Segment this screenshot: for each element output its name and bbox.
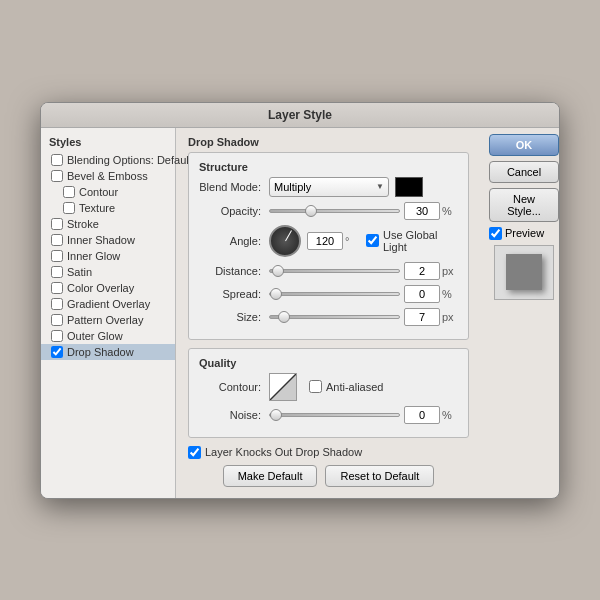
layer-knocks-out-label: Layer Knocks Out Drop Shadow (188, 446, 362, 459)
opacity-unit: % (442, 205, 458, 217)
preview-label: Preview (489, 227, 544, 240)
global-light-label: Use Global Light (366, 229, 458, 253)
sidebar-checkbox-color-overlay[interactable] (51, 282, 63, 294)
sidebar-checkbox-stroke[interactable] (51, 218, 63, 230)
spread-slider-container: 0 % (269, 285, 458, 303)
layer-knocks-out-row: Layer Knocks Out Drop Shadow (188, 446, 469, 459)
global-light-text: Use Global Light (383, 229, 458, 253)
contour-thumbnail[interactable] (269, 373, 297, 401)
noise-input[interactable]: 0 (404, 406, 440, 424)
sidebar-item-stroke[interactable]: Stroke (41, 216, 175, 232)
layer-knocks-out-checkbox[interactable] (188, 446, 201, 459)
sidebar-label-outer-glow: Outer Glow (67, 330, 123, 342)
ok-button[interactable]: OK (489, 134, 559, 156)
distance-input[interactable]: 2 (404, 262, 440, 280)
preview-checkbox[interactable] (489, 227, 502, 240)
sidebar-title: Styles (41, 134, 175, 152)
spread-slider[interactable] (269, 292, 400, 296)
angle-needle (285, 230, 292, 241)
opacity-label: Opacity: (199, 205, 269, 217)
make-default-button[interactable]: Make Default (223, 465, 318, 487)
sidebar-item-texture[interactable]: Texture (41, 200, 175, 216)
preview-text: Preview (505, 227, 544, 239)
sidebar-item-bevel-emboss[interactable]: Bevel & Emboss (41, 168, 175, 184)
angle-dial[interactable] (269, 225, 301, 257)
distance-row: Distance: 2 px (199, 262, 458, 280)
main-content: Drop Shadow Structure Blend Mode: Multip… (176, 128, 481, 498)
layer-style-dialog: Layer Style Styles Blending Options: Def… (40, 102, 560, 499)
opacity-input[interactable]: 30 (404, 202, 440, 220)
sidebar-item-drop-shadow[interactable]: Drop Shadow (41, 344, 175, 360)
size-row: Size: 7 px (199, 308, 458, 326)
angle-unit: ° (345, 235, 360, 247)
dialog-title: Layer Style (41, 103, 559, 128)
reset-to-default-button[interactable]: Reset to Default (325, 465, 434, 487)
sidebar-label-blending-options: Blending Options: Default (67, 154, 192, 166)
sidebar-item-color-overlay[interactable]: Color Overlay (41, 280, 175, 296)
anti-aliased-text: Anti-aliased (326, 381, 383, 393)
sidebar-item-pattern-overlay[interactable]: Pattern Overlay (41, 312, 175, 328)
noise-row: Noise: 0 % (199, 406, 458, 424)
sidebar-label-bevel-emboss: Bevel & Emboss (67, 170, 148, 182)
sidebar-checkbox-texture[interactable] (63, 202, 75, 214)
global-light-checkbox[interactable] (366, 234, 379, 247)
anti-aliased-checkbox[interactable] (309, 380, 322, 393)
noise-slider[interactable] (269, 413, 400, 417)
shadow-color-swatch[interactable] (395, 177, 423, 197)
structure-title: Structure (199, 161, 458, 173)
spread-unit: % (442, 288, 458, 300)
angle-label: Angle: (199, 235, 269, 247)
sidebar-checkbox-contour[interactable] (63, 186, 75, 198)
opacity-slider[interactable] (269, 209, 400, 213)
sidebar-label-stroke: Stroke (67, 218, 99, 230)
sidebar-checkbox-pattern-overlay[interactable] (51, 314, 63, 326)
preview-box (494, 245, 554, 300)
sidebar-item-inner-glow[interactable]: Inner Glow (41, 248, 175, 264)
contour-label: Contour: (199, 381, 269, 393)
new-style-button[interactable]: New Style... (489, 188, 559, 222)
sidebar-label-drop-shadow: Drop Shadow (67, 346, 134, 358)
sidebar-checkbox-satin[interactable] (51, 266, 63, 278)
sidebar-checkbox-drop-shadow[interactable] (51, 346, 63, 358)
sidebar-item-blending-options[interactable]: Blending Options: Default (41, 152, 175, 168)
sidebar-checkbox-outer-glow[interactable] (51, 330, 63, 342)
size-slider-container: 7 px (269, 308, 458, 326)
noise-label: Noise: (199, 409, 269, 421)
sidebar-item-contour[interactable]: Contour (41, 184, 175, 200)
blend-mode-row: Blend Mode: Multiply (199, 177, 458, 197)
noise-unit: % (442, 409, 458, 421)
opacity-slider-container: 30 % (269, 202, 458, 220)
sidebar-checkbox-blending-options[interactable] (51, 154, 63, 166)
blend-mode-select[interactable]: Multiply (269, 177, 389, 197)
distance-slider-container: 2 px (269, 262, 458, 280)
bottom-buttons: Make Default Reset to Default (188, 465, 469, 487)
sidebar-checkbox-inner-glow[interactable] (51, 250, 63, 262)
sidebar-label-gradient-overlay: Gradient Overlay (67, 298, 150, 310)
size-label: Size: (199, 311, 269, 323)
size-slider[interactable] (269, 315, 400, 319)
sidebar-item-satin[interactable]: Satin (41, 264, 175, 280)
sidebar-checkbox-inner-shadow[interactable] (51, 234, 63, 246)
sidebar-checkbox-gradient-overlay[interactable] (51, 298, 63, 310)
quality-title: Quality (199, 357, 458, 369)
drop-shadow-title: Drop Shadow (188, 136, 469, 148)
distance-label: Distance: (199, 265, 269, 277)
sidebar-item-gradient-overlay[interactable]: Gradient Overlay (41, 296, 175, 312)
sidebar: Styles Blending Options: DefaultBevel & … (41, 128, 176, 498)
sidebar-item-inner-shadow[interactable]: Inner Shadow (41, 232, 175, 248)
blend-mode-label: Blend Mode: (199, 181, 269, 193)
sidebar-label-texture: Texture (79, 202, 115, 214)
angle-row: Angle: 120 ° Use Global Light (199, 225, 458, 257)
size-unit: px (442, 311, 458, 323)
angle-input[interactable]: 120 (307, 232, 343, 250)
sidebar-label-pattern-overlay: Pattern Overlay (67, 314, 143, 326)
structure-section: Structure Blend Mode: Multiply Opacity: (188, 152, 469, 340)
size-input[interactable]: 7 (404, 308, 440, 326)
spread-input[interactable]: 0 (404, 285, 440, 303)
sidebar-checkbox-bevel-emboss[interactable] (51, 170, 63, 182)
sidebar-item-outer-glow[interactable]: Outer Glow (41, 328, 175, 344)
contour-row: Contour: Anti-aliased (199, 373, 458, 401)
spread-label: Spread: (199, 288, 269, 300)
cancel-button[interactable]: Cancel (489, 161, 559, 183)
distance-slider[interactable] (269, 269, 400, 273)
